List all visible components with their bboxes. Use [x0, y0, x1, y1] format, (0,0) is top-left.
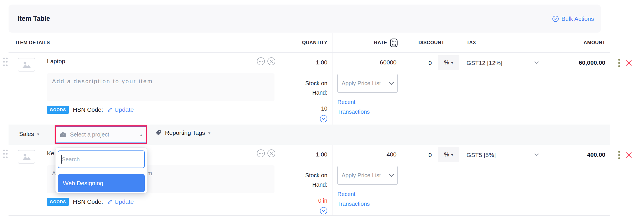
project-search: [58, 150, 145, 168]
stock-on-hand-label: Hand:: [312, 182, 327, 188]
rate-input[interactable]: 400: [387, 151, 397, 158]
discount-input[interactable]: 0: [428, 60, 432, 66]
drag-handle-icon[interactable]: [2, 149, 9, 159]
tax-select[interactable]: GST12 [12%]: [467, 60, 502, 66]
discount-input[interactable]: 0: [428, 152, 432, 158]
row2-amount-cell: 400.00: [546, 145, 610, 216]
apply-price-list-placeholder: Apply Price List: [342, 172, 381, 179]
recent-transactions-line2: Transactions: [337, 107, 370, 117]
item-name[interactable]: Ke: [47, 150, 54, 157]
row-close-icon[interactable]: [267, 57, 276, 66]
caret-up-icon: ▴: [140, 133, 142, 137]
quantity-input[interactable]: 1.00: [316, 151, 327, 158]
percent-sign: %: [444, 59, 449, 66]
apply-price-list-select[interactable]: Apply Price List: [337, 166, 398, 185]
stock-expand-icon[interactable]: [320, 207, 327, 215]
hsn-update-label: Update: [114, 198, 134, 205]
stock-on-hand-label: Stock on: [305, 172, 327, 179]
chevron-down-icon[interactable]: [534, 61, 539, 64]
row1-tax-cell: GST12 [12%]: [461, 53, 546, 125]
stock-on-hand-label: Hand:: [312, 89, 327, 96]
item-table-screen: Item Table Bulk Actions ITEM DETAILS QUA…: [0, 0, 644, 220]
item-image-placeholder[interactable]: [18, 150, 35, 164]
amount-value: 60,000.00: [579, 59, 605, 66]
delete-row-icon[interactable]: [625, 59, 633, 67]
delete-row-icon[interactable]: [625, 151, 633, 159]
hsn-update-label: Update: [114, 106, 134, 113]
apply-price-list-placeholder: Apply Price List: [342, 80, 381, 87]
bulk-actions-button[interactable]: Bulk Actions: [552, 15, 594, 22]
recent-transactions-line2: Transactions: [337, 199, 370, 209]
hsn-update-link[interactable]: Update: [107, 106, 134, 113]
discount-unit-dropdown[interactable]: % ▾: [438, 55, 459, 70]
col-header-item-details: ITEM DETAILS: [9, 33, 280, 53]
row1-rate-cell: 60000 Apply Price List Recent Transactio…: [333, 53, 402, 125]
tax-select[interactable]: GST5 [5%]: [467, 152, 496, 158]
text-cursor: [61, 155, 62, 164]
stock-on-hand-value: 10: [321, 105, 327, 112]
row-more-icon[interactable]: [257, 149, 265, 158]
caret-down-icon: ▾: [451, 61, 453, 65]
apply-price-list-select[interactable]: Apply Price List: [337, 74, 398, 93]
hsn-code-label: HSN Code:: [73, 198, 103, 205]
col-header-rate: RATE: [333, 33, 402, 53]
check-circle-icon: [552, 15, 559, 22]
project-dropdown-panel: Web Designing: [55, 148, 147, 193]
caret-down-icon: ▾: [451, 153, 453, 157]
pencil-icon: [107, 199, 113, 205]
percent-sign: %: [444, 151, 449, 158]
caret-down-icon: ▾: [37, 132, 40, 136]
row-more-icon[interactable]: [257, 57, 265, 66]
select-project-placeholder: Select a project: [70, 131, 136, 138]
pencil-icon: [107, 107, 113, 113]
item-name[interactable]: Laptop: [47, 58, 65, 65]
reporting-tags-dropdown[interactable]: Reporting Tags ▾: [155, 129, 210, 136]
row2-quantity-cell: 1.00 Stock on Hand: 0 in: [280, 145, 333, 216]
quantity-input[interactable]: 1.00: [316, 59, 327, 66]
col-header-tax: TAX: [461, 33, 546, 53]
row2-rate-cell: 400 Apply Price List Recent Transactions: [333, 145, 402, 216]
row1-discount-cell: 0 % ▾: [402, 53, 461, 125]
rate-header-label: RATE: [374, 40, 387, 46]
goods-badge: GOODS: [47, 106, 69, 114]
col-header-discount: DISCOUNT: [402, 33, 461, 53]
recent-transactions-link[interactable]: Recent Transactions: [337, 189, 370, 209]
rate-input[interactable]: 60000: [380, 59, 397, 66]
sales-account-dropdown[interactable]: Sales ▾: [19, 131, 39, 137]
project-search-input[interactable]: [58, 150, 145, 168]
bulk-actions-label: Bulk Actions: [562, 15, 594, 22]
row1-quantity-cell: 1.00 Stock on Hand: 10: [280, 53, 333, 125]
chevron-down-icon: [389, 174, 394, 177]
row1-amount-cell: 60,000.00: [546, 53, 610, 125]
stock-on-hand-label: Stock on: [305, 80, 327, 87]
chevron-down-icon: [389, 82, 394, 85]
goods-badge: GOODS: [47, 198, 69, 206]
select-project-dropdown[interactable]: Select a project ▴: [56, 127, 146, 143]
recent-transactions-link[interactable]: Recent Transactions: [337, 97, 370, 117]
caret-down-icon: ▾: [208, 131, 210, 135]
row2-tax-cell: GST5 [5%]: [461, 145, 546, 216]
stock-on-hand-value: 0 in: [318, 197, 327, 204]
row1-item-details-cell: Laptop Add a description to your item: [9, 53, 280, 125]
discount-unit-dropdown[interactable]: % ▾: [438, 147, 459, 162]
item-description-input[interactable]: Add a description to your item: [47, 73, 274, 101]
reporting-tags-label: Reporting Tags: [165, 129, 205, 136]
calculator-icon[interactable]: [390, 38, 398, 47]
item-table-header: Item Table Bulk Actions: [9, 5, 601, 33]
page-title: Item Table: [18, 15, 50, 23]
sales-label: Sales: [19, 131, 34, 137]
item-image-placeholder[interactable]: [18, 58, 35, 72]
col-header-quantity: QUANTITY: [280, 33, 333, 53]
briefcase-icon: [60, 132, 66, 138]
stock-expand-icon[interactable]: [320, 115, 327, 123]
chevron-down-icon[interactable]: [534, 153, 539, 156]
row-close-icon[interactable]: [267, 149, 276, 158]
drag-handle-icon[interactable]: [2, 57, 9, 67]
row-menu-dots-icon[interactable]: [618, 150, 620, 160]
row-menu-dots-icon[interactable]: [618, 58, 620, 68]
hsn-update-link[interactable]: Update: [107, 198, 134, 205]
amount-value: 400.00: [587, 151, 605, 158]
hsn-code-label: HSN Code:: [73, 106, 103, 113]
recent-transactions-line1: Recent: [337, 189, 370, 199]
project-option-web-designing[interactable]: Web Designing: [58, 174, 145, 192]
